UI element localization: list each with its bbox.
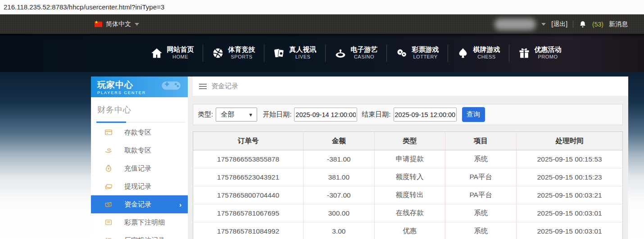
nav-item-label: 彩票游戏LOTTERY <box>412 45 439 60</box>
recharge-bag-icon <box>104 164 113 172</box>
table-cell: 优惠 <box>374 222 445 239</box>
room-bet-list-icon <box>104 236 113 239</box>
main-nav: 网站首页HOME体育竞技SPORTS真人视讯LIVES电子游艺CASINO彩票游… <box>0 34 644 72</box>
bell-icon[interactable] <box>579 20 587 28</box>
table-cell: 申请提款 <box>374 150 445 168</box>
gamepad-icon <box>161 78 181 94</box>
sidebar-item-cashout-notes[interactable]: 提现记录› <box>91 177 188 195</box>
menu-icon <box>199 84 207 89</box>
table-cell: 系统 <box>445 222 516 239</box>
table-cell: 2025-09-15 00:03:21 <box>517 186 623 204</box>
column-header: 项目 <box>445 132 516 150</box>
sidebar-item-recharge-bag[interactable]: 充值记录› <box>91 159 188 177</box>
table-header-row: 订单号金额类型项目处理时间 <box>193 132 623 150</box>
table-cell: 系统 <box>445 204 516 222</box>
nav-item-label: 网站首页HOME <box>167 45 194 60</box>
home-icon <box>150 47 163 59</box>
sidebar-item-label: 存款专区 <box>124 128 151 137</box>
column-header: 金额 <box>304 132 374 150</box>
sidebar-item-room-bet-list[interactable]: 厅室投注记录› <box>91 231 188 239</box>
sidebar-item-lottery-detail[interactable]: 彩票下注明细› <box>91 213 188 231</box>
sidebar-header: 玩家中心 PLAYERS CENTER <box>91 77 188 97</box>
table-cell: PA平台 <box>445 168 516 186</box>
table-cell: 1757866553855878 <box>193 150 304 168</box>
chevron-down-icon[interactable] <box>541 23 546 26</box>
table-cell: 1757865781084992 <box>193 222 304 239</box>
table-cell: 在线存款 <box>374 204 445 222</box>
user-center-panel: 玩家中心 PLAYERS CENTER 财务中心 存款专区›取款专区›充值记录›… <box>91 77 628 239</box>
withdraw-hand-icon <box>104 146 113 154</box>
sidebar-item-label: 资金记录 <box>124 200 151 209</box>
column-header: 类型 <box>374 132 445 150</box>
table-cell: -381.00 <box>304 150 374 168</box>
nav-item-chess[interactable]: 棋牌游戏CHESS <box>448 34 509 72</box>
deposit-card-icon <box>104 128 113 136</box>
table-row: 1757866523043921381.00额度转入PA平台2025-09-15… <box>193 168 623 186</box>
sidebar-item-deposit-card[interactable]: 存款专区› <box>91 123 188 141</box>
page-url: 216.118.235.52:8783/hhcp/usercenter.html… <box>4 3 164 11</box>
sidebar-section-finance: 财务中心 <box>91 97 188 122</box>
account-area: [退出] (53) 新消息 <box>494 14 628 34</box>
page: 216.118.235.52:8783/hhcp/usercenter.html… <box>0 0 644 239</box>
query-button[interactable]: 查询 <box>462 107 485 122</box>
nav-item-home[interactable]: 网站首页HOME <box>141 34 203 72</box>
start-date-label: 开始日期: <box>263 110 291 119</box>
table-cell: -307.00 <box>304 186 374 204</box>
nav-item-label: 棋牌游戏CHESS <box>473 45 500 60</box>
promo-gift-icon <box>518 47 531 59</box>
browser-url-bar[interactable]: 216.118.235.52:8783/hhcp/usercenter.html… <box>0 0 644 14</box>
nav-item-label: 电子游艺CASINO <box>351 45 378 60</box>
filter-bar: 类型: 全部 ▼ 开始日期: 结束日期: 查询 <box>193 104 623 125</box>
table-cell: 系统 <box>445 150 516 168</box>
lottery-balls-icon <box>395 47 408 59</box>
live-cards-icon <box>273 47 286 59</box>
content: 资金记录 类型: 全部 ▼ 开始日期: 结束日期: 查询 订单号金额类型项目处理… <box>193 77 628 239</box>
logout-link[interactable]: [退出] <box>551 20 567 28</box>
nav-item-lottery[interactable]: 彩票游戏LOTTERY <box>386 34 448 72</box>
nav-item-label: 真人视讯LIVES <box>290 45 317 60</box>
nav-item-label: 优惠活动PROMO <box>535 45 562 60</box>
table-cell: PA平台 <box>445 186 516 204</box>
message-count: (53) <box>592 21 603 28</box>
column-header: 订单号 <box>193 132 304 150</box>
nav-item-casino[interactable]: 电子游艺CASINO <box>325 34 386 72</box>
new-message-link[interactable]: 新消息 <box>609 20 628 28</box>
table-cell: 2025-09-15 00:15:23 <box>517 168 623 186</box>
china-flag-icon: ★ <box>95 22 102 27</box>
sidebar-item-label: 彩票下注明细 <box>124 218 165 227</box>
username-redacted <box>494 18 536 30</box>
section-label: 财务中心 <box>97 105 132 114</box>
chevron-down-icon: ▼ <box>248 112 253 117</box>
sidebar-item-label: 取款专区 <box>124 146 151 155</box>
table-cell: 1757865781067695 <box>193 204 304 222</box>
sidebar-item-label: 提现记录 <box>124 182 151 191</box>
column-header: 处理时间 <box>517 132 623 150</box>
table-cell: 3.00 <box>304 222 374 239</box>
chess-spade-icon <box>457 47 469 59</box>
sidebar-item-withdraw-hand[interactable]: 取款专区› <box>91 141 188 159</box>
language-label: 简体中文 <box>106 20 131 28</box>
type-label: 类型: <box>198 110 213 119</box>
table-row: 1757865800704440-307.00额度转出PA平台2025-09-1… <box>193 186 623 204</box>
table-cell: 300.00 <box>304 204 374 222</box>
funds-record-table: 订单号金额类型项目处理时间 1757866553855878-381.00申请提… <box>193 131 623 239</box>
breadcrumb-label: 资金记录 <box>211 82 238 90</box>
chevron-right-icon: › <box>179 201 181 208</box>
table-cell: 1757865800704440 <box>193 186 304 204</box>
type-select[interactable]: 全部 ▼ <box>216 108 257 122</box>
table-row: 17578657810849923.00优惠系统2025-09-15 00:03… <box>193 222 623 239</box>
start-date-input[interactable] <box>294 108 357 122</box>
table-cell: 2025-09-15 00:03:01 <box>517 204 623 222</box>
end-date-label: 结束日期: <box>362 110 390 119</box>
nav-item-sports[interactable]: 体育竞技SPORTS <box>203 34 264 72</box>
table-row: 1757866553855878-381.00申请提款系统2025-09-15 … <box>193 150 623 168</box>
end-date-input[interactable] <box>394 108 457 122</box>
table-row: 1757865781067695300.00在线存款系统2025-09-15 0… <box>193 204 623 222</box>
table-cell: 额度转入 <box>374 168 445 186</box>
sidebar-item-label: 厅室投注记录 <box>124 236 165 239</box>
sidebar-item-funds-record[interactable]: 资金记录› <box>91 195 188 213</box>
nav-item-promo[interactable]: 优惠活动PROMO <box>509 34 570 72</box>
language-switcher[interactable]: ★ 简体中文 <box>95 14 139 34</box>
table-cell: 2025-09-15 00:15:53 <box>517 150 623 168</box>
nav-item-lives[interactable]: 真人视讯LIVES <box>264 34 325 72</box>
